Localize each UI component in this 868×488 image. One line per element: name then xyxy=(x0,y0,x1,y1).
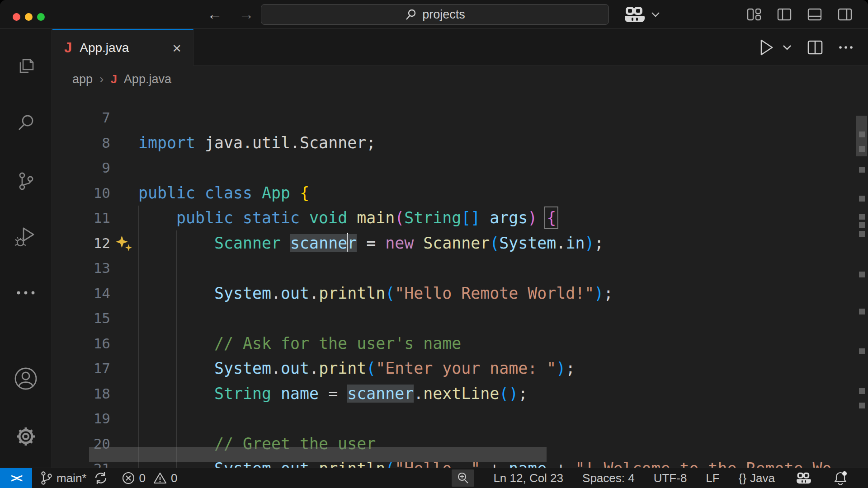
code-text: public static void main(String[] args) { xyxy=(138,206,556,231)
search-sidebar-icon[interactable] xyxy=(14,111,38,135)
toggle-panel-icon[interactable] xyxy=(806,6,823,23)
overview-ruler-mark xyxy=(859,167,865,173)
code-line[interactable]: 10public class App { xyxy=(52,181,868,206)
run-and-debug-icon[interactable] xyxy=(14,225,38,249)
java-file-icon: J xyxy=(64,40,72,56)
encoding-status[interactable]: UTF-8 xyxy=(654,471,687,485)
line-number[interactable]: 7 xyxy=(52,105,110,131)
zoom-window-button[interactable] xyxy=(37,13,45,21)
breadcrumb-separator: › xyxy=(99,72,104,86)
error-icon xyxy=(122,471,135,485)
horizontal-scrollbar[interactable] xyxy=(89,447,547,462)
overview-ruler-mark xyxy=(859,403,865,408)
code-text: // Ask for the user's name xyxy=(138,331,461,357)
breadcrumb-file[interactable]: App.java xyxy=(124,72,171,86)
code-line[interactable]: 18 String name = scanner.nextLine(); xyxy=(52,381,868,407)
close-window-button[interactable] xyxy=(13,13,20,21)
line-number[interactable]: 9 xyxy=(52,155,110,181)
copilot-icon xyxy=(625,7,645,22)
problems-status[interactable]: 0 0 xyxy=(122,471,177,485)
code-editor[interactable]: 78import java.util.Scanner;910public cla… xyxy=(52,93,868,468)
line-number[interactable]: 14 xyxy=(52,281,110,306)
line-number[interactable]: 10 xyxy=(52,181,110,206)
code-text: Scanner scanner = new Scanner(System.in)… xyxy=(138,231,604,256)
code-line[interactable]: 8import java.util.Scanner; xyxy=(52,131,868,156)
toggle-primary-sidebar-icon[interactable] xyxy=(776,6,793,23)
code-line[interactable]: 15 xyxy=(52,306,868,331)
search-icon xyxy=(405,9,417,21)
settings-gear-icon[interactable] xyxy=(13,424,38,449)
eol-status[interactable]: LF xyxy=(706,471,719,485)
vscode-window: ← → projects xyxy=(0,0,868,488)
java-file-icon: J xyxy=(110,72,117,86)
line-number[interactable]: 11 xyxy=(52,206,110,231)
code-line[interactable]: 17 System.out.print("Enter your name: ")… xyxy=(52,356,868,381)
line-number[interactable]: 18 xyxy=(52,381,110,407)
overview-ruler-mark xyxy=(859,272,865,277)
overview-ruler-mark xyxy=(859,146,865,152)
back-arrow-icon[interactable]: ← xyxy=(207,5,222,23)
overview-ruler-mark xyxy=(859,231,865,237)
tab-bar: J App.java × xyxy=(52,29,868,66)
tab-label: App.java xyxy=(80,41,129,55)
line-number[interactable]: 8 xyxy=(52,131,110,156)
split-editor-icon[interactable] xyxy=(807,39,824,56)
indentation-status[interactable]: Spaces: 4 xyxy=(582,471,635,485)
copilot-status-icon[interactable] xyxy=(797,473,811,483)
branch-status[interactable]: main* xyxy=(39,470,86,486)
toggle-secondary-sidebar-icon[interactable] xyxy=(836,6,854,23)
code-lines: 78import java.util.Scanner;910public cla… xyxy=(52,93,868,468)
remote-indicator[interactable]: >< xyxy=(0,468,32,488)
breadcrumb: app › J App.java xyxy=(52,66,868,93)
line-number[interactable]: 12 xyxy=(52,231,110,256)
more-actions-icon[interactable] xyxy=(838,45,854,50)
command-center-search[interactable]: projects xyxy=(261,4,609,25)
close-tab-icon[interactable]: × xyxy=(172,41,181,55)
line-number[interactable]: 17 xyxy=(52,356,110,381)
accounts-icon[interactable] xyxy=(13,366,38,391)
warning-count: 0 xyxy=(171,471,177,485)
forward-arrow-icon[interactable]: → xyxy=(239,5,254,23)
remote-indicator-icon: >< xyxy=(11,472,21,485)
tab-app-java[interactable]: J App.java × xyxy=(52,29,193,66)
minimize-window-button[interactable] xyxy=(25,13,33,21)
zoom-status[interactable] xyxy=(452,469,474,487)
editor-actions xyxy=(759,29,868,66)
code-line[interactable]: 9 xyxy=(52,155,868,181)
code-line[interactable]: 16 // Ask for the user's name xyxy=(52,331,868,357)
run-icon[interactable] xyxy=(759,38,774,56)
breadcrumb-folder[interactable]: app xyxy=(72,72,93,86)
overview-ruler-mark xyxy=(859,222,865,228)
warning-icon xyxy=(153,471,167,485)
overview-ruler-mark xyxy=(859,196,865,202)
more-views-icon[interactable] xyxy=(14,290,38,296)
search-value: projects xyxy=(422,8,465,22)
braces-icon: {} xyxy=(739,471,746,485)
code-line[interactable]: 12 Scanner scanner = new Scanner(System.… xyxy=(52,231,868,256)
line-number[interactable]: 16 xyxy=(52,331,110,357)
line-number[interactable]: 19 xyxy=(52,406,110,432)
line-number[interactable]: 13 xyxy=(52,256,110,281)
explorer-icon[interactable] xyxy=(14,54,38,78)
run-dropdown-chevron-icon[interactable] xyxy=(782,44,792,51)
status-bar: >< main* xyxy=(0,468,868,488)
layout-controls xyxy=(745,6,854,23)
line-number[interactable]: 15 xyxy=(52,306,110,331)
copilot-sparkle-icon[interactable] xyxy=(116,235,134,253)
sync-icon[interactable] xyxy=(94,471,108,485)
language-status[interactable]: {} Java xyxy=(739,471,775,485)
code-line[interactable]: 13 xyxy=(52,256,868,281)
code-line[interactable]: 7 xyxy=(52,105,868,131)
code-line[interactable]: 19 xyxy=(52,406,868,432)
notifications-bell-icon[interactable] xyxy=(833,470,848,486)
code-line[interactable]: 11 public static void main(String[] args… xyxy=(52,206,868,231)
copilot-menu[interactable] xyxy=(625,7,660,22)
branch-label: main* xyxy=(57,471,86,485)
source-control-icon[interactable] xyxy=(14,169,38,192)
editor-group: J App.java × app xyxy=(52,29,868,468)
code-line[interactable]: 14 System.out.println("Hello Remote Worl… xyxy=(52,281,868,306)
customize-layout-icon[interactable] xyxy=(745,6,763,23)
cursor-position[interactable]: Ln 12, Col 23 xyxy=(493,471,563,485)
zoom-in-icon xyxy=(456,471,470,485)
title-bar: ← → projects xyxy=(0,0,868,28)
